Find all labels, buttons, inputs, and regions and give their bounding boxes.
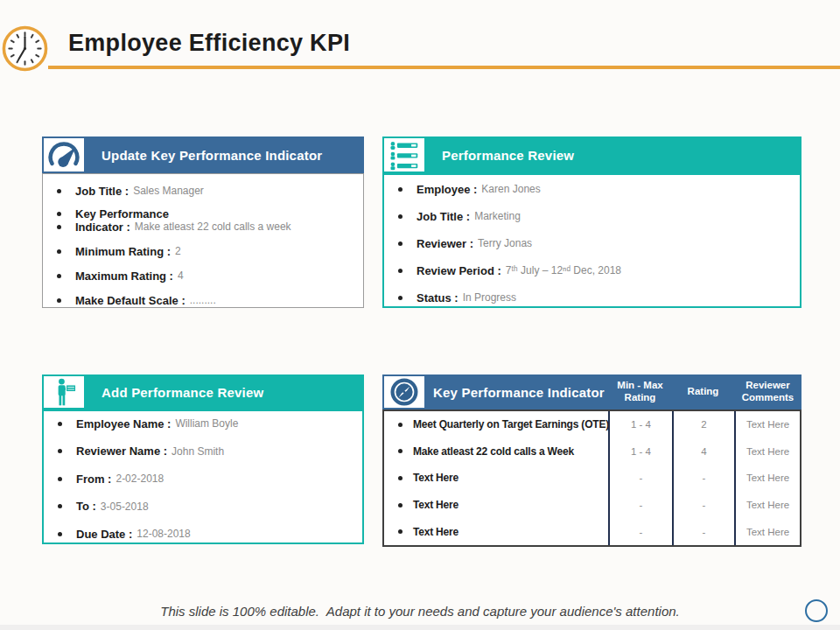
table-row: Text Here - - Text Here bbox=[384, 492, 800, 519]
list-item: Employee Name :William Boyle bbox=[44, 416, 362, 430]
list-item: To :3-05-2018 bbox=[44, 500, 362, 514]
panel-header-performance-review: Performance Review bbox=[382, 136, 802, 173]
bullet-icon bbox=[57, 298, 61, 303]
panel-title-update-kpi: Update Key Performance Indicator bbox=[102, 148, 322, 163]
panel-header-update-kpi: Update Key Performance Indicator bbox=[42, 136, 364, 173]
column-header-reviewer-comments: Reviewer Comments bbox=[734, 374, 802, 410]
bullet-icon bbox=[57, 212, 61, 216]
panel-body-performance-review: Employee :Karen Jones Job Title :Marketi… bbox=[382, 173, 802, 308]
list-item: Minimum Rating :2 bbox=[43, 244, 363, 258]
kpi-table-header: Key Performance Indicator Min - Max Rati… bbox=[382, 374, 802, 410]
list-item: Make Default Scale :......... bbox=[43, 293, 363, 307]
panel-performance-review: Performance Review Employee :Karen Jones… bbox=[382, 136, 802, 308]
bullet-icon bbox=[398, 503, 402, 508]
person-sign-icon bbox=[44, 376, 84, 408]
panel-title-performance-review: Performance Review bbox=[442, 148, 574, 163]
bullet-icon bbox=[398, 214, 402, 219]
panel-update-kpi: Update Key Performance Indicator Job Tit… bbox=[42, 136, 364, 308]
bullet-icon bbox=[398, 296, 402, 300]
bullet-icon bbox=[398, 423, 402, 427]
table-row: Make atleast 22 cold calls a Week 1 - 4 … bbox=[384, 438, 800, 466]
bullet-icon bbox=[58, 449, 62, 453]
panel-body-add-performance-review: Employee Name :William Boyle Reviewer Na… bbox=[42, 410, 364, 544]
list-item: Reviewer :Terry Jonas bbox=[384, 236, 800, 250]
bullet-icon bbox=[57, 249, 61, 254]
panel-title-add-performance-review: Add Performance Review bbox=[102, 385, 263, 400]
bullet-icon bbox=[398, 242, 402, 246]
list-item: Key Performance bbox=[43, 206, 363, 220]
list-item: Reviewer Name :John Smith bbox=[44, 444, 362, 458]
compass-icon bbox=[384, 376, 424, 408]
bullet-icon bbox=[58, 532, 62, 536]
panel-header-add-performance-review: Add Performance Review bbox=[42, 374, 364, 410]
slide: Employee Efficiency KPI Update Key Perfo… bbox=[0, 0, 840, 630]
bullet-icon bbox=[58, 477, 62, 481]
list-item: Indicator :Make atleast 22 cold calls a … bbox=[43, 220, 363, 234]
table-row: Text Here - - Text Here bbox=[384, 465, 800, 492]
list-item: Status :In Progress bbox=[384, 290, 800, 304]
panel-title-kpi-table: Key Performance Indicator bbox=[433, 385, 605, 400]
brand-circle-icon bbox=[805, 599, 828, 622]
footer-note: This slide is 100% editable. Adapt it to… bbox=[0, 604, 840, 619]
column-header-min-max: Min - Max Rating bbox=[608, 374, 672, 410]
bullet-icon bbox=[398, 269, 402, 273]
bullet-icon bbox=[58, 422, 62, 426]
clock-icon bbox=[1, 24, 49, 73]
list-item: Job Title :Sales Manager bbox=[43, 184, 363, 198]
list-item: Job Title :Marketing bbox=[384, 209, 800, 223]
list-item: Employee :Karen Jones bbox=[384, 182, 800, 196]
bullet-icon bbox=[57, 225, 61, 229]
list-item: Maximum Rating :4 bbox=[43, 269, 363, 283]
panel-body-update-kpi: Job Title :Sales Manager Key Performance… bbox=[42, 173, 364, 308]
kpi-table-body: Meet Quarterly on Target Earnings (OTE) … bbox=[382, 410, 802, 547]
panel-kpi-table: Key Performance Indicator Min - Max Rati… bbox=[382, 374, 802, 547]
bottom-strip bbox=[0, 625, 840, 630]
bullet-icon bbox=[398, 476, 402, 480]
list-item: Review Period :7ᵗʰ July – 12ⁿᵈ Dec, 2018 bbox=[384, 263, 800, 277]
list-item: From :2-02-2018 bbox=[44, 472, 362, 486]
gauge-icon bbox=[44, 138, 84, 172]
bullet-icon bbox=[57, 274, 61, 278]
people-list-icon bbox=[384, 138, 424, 172]
bullet-icon bbox=[58, 504, 62, 508]
list-item: Due Date :12-08-2018 bbox=[44, 527, 362, 541]
bullet-icon bbox=[398, 529, 402, 534]
column-header-rating: Rating bbox=[672, 374, 734, 410]
bullet-icon bbox=[398, 449, 402, 453]
title-underline bbox=[48, 66, 840, 69]
panel-add-performance-review: Add Performance Review Employee Name :Wi… bbox=[42, 374, 364, 544]
table-row: Text Here - - Text Here bbox=[384, 518, 800, 545]
bullet-icon bbox=[398, 187, 402, 192]
table-row: Meet Quarterly on Target Earnings (OTE) … bbox=[384, 411, 800, 438]
page-title: Employee Efficiency KPI bbox=[68, 30, 350, 57]
bullet-icon bbox=[57, 189, 61, 193]
